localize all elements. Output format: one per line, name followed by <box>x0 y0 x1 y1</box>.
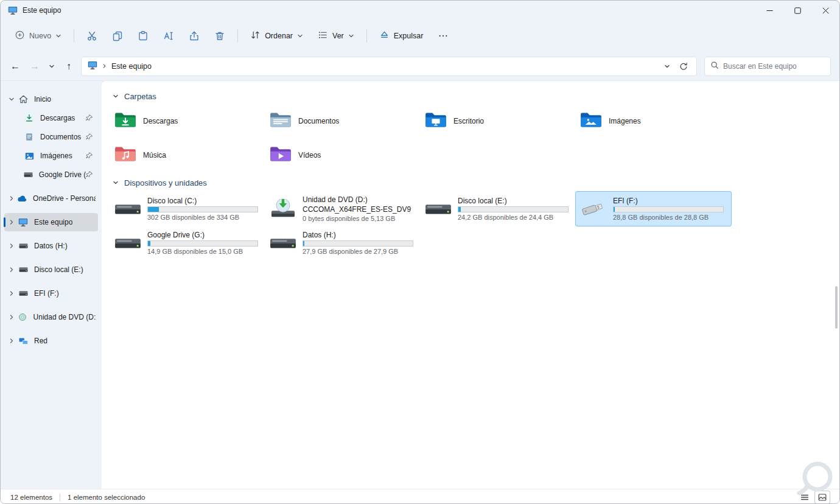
sidebar-item-label: Datos (H:) <box>34 242 68 250</box>
capacity-bar-fill <box>148 241 150 246</box>
dvd-icon <box>16 313 28 321</box>
navigation-pane: Inicio Descargas Documentos Imágenes Goo… <box>1 81 102 489</box>
drive-name: Datos (H:) <box>303 231 412 239</box>
chevron-right-icon[interactable] <box>7 219 16 225</box>
capacity-bar <box>458 206 569 212</box>
drive-c[interactable]: Disco local (C:) 302 GB disponibles de 3… <box>110 192 265 226</box>
delete-button[interactable] <box>208 25 232 47</box>
hdd-icon <box>424 197 452 220</box>
folder-label: Música <box>143 151 166 159</box>
folder-musica[interactable]: Música <box>110 138 265 172</box>
sidebar-item-red[interactable]: Red <box>4 332 98 350</box>
drive-free-space: 302 GB disponibles de 334 GB <box>147 214 257 222</box>
download-icon <box>23 114 35 122</box>
eject-button[interactable]: Expulsar <box>373 25 430 47</box>
search-input[interactable] <box>723 62 825 71</box>
sidebar-item-este-equipo[interactable]: Este equipo <box>4 213 98 231</box>
address-bar[interactable]: Este equipo <box>81 57 697 76</box>
sidebar-item-google-drive[interactable]: Google Drive (G <box>4 166 98 184</box>
sidebar-item-label: OneDrive - Personal <box>33 194 96 203</box>
desktop-folder-icon <box>424 111 447 131</box>
folder-imagenes[interactable]: Imágenes <box>576 104 731 138</box>
chevron-right-icon[interactable] <box>7 338 16 344</box>
section-header-carpetas[interactable]: Carpetas <box>113 88 839 104</box>
sidebar-item-disco-local-e[interactable]: Disco local (E:) <box>4 261 98 279</box>
sidebar-item-onedrive[interactable]: OneDrive - Personal <box>4 189 98 208</box>
selected-count: 1 elemento seleccionado <box>68 494 145 501</box>
capacity-bar <box>147 206 258 212</box>
chevron-down-icon[interactable] <box>7 96 16 102</box>
address-dropdown-button[interactable] <box>662 61 673 72</box>
chevron-right-icon[interactable] <box>7 243 16 249</box>
drive-e[interactable]: Disco local (E:) 24,2 GB disponibles de … <box>421 192 576 226</box>
copy-button[interactable] <box>105 25 130 47</box>
close-button[interactable] <box>811 1 839 20</box>
rename-button[interactable] <box>156 25 181 47</box>
new-button[interactable]: Nuevo <box>8 25 68 47</box>
section-header-dispositivos[interactable]: Dispositivos y unidades <box>113 175 839 191</box>
toolbar-separator <box>366 29 367 43</box>
drive-free-space: 28,8 GB disponibles de 28,8 GB <box>613 214 723 222</box>
chevron-right-icon[interactable] <box>7 314 16 320</box>
sidebar-item-dvd-d[interactable]: Unidad de DVD (D:) <box>4 308 98 326</box>
more-options-button[interactable] <box>431 25 455 47</box>
breadcrumb-root[interactable]: Este equipo <box>111 62 152 71</box>
chevron-down-icon <box>55 33 61 39</box>
view-button[interactable]: Ver <box>311 25 361 47</box>
capacity-bar <box>303 240 413 247</box>
folder-escritorio[interactable]: Escritorio <box>421 104 576 138</box>
paste-button[interactable] <box>131 25 155 47</box>
share-button[interactable] <box>182 25 206 47</box>
chevron-right-icon <box>102 63 107 69</box>
sidebar-item-inicio[interactable]: Inicio <box>4 90 98 108</box>
maximize-button[interactable] <box>783 1 811 20</box>
sidebar-item-efi-f[interactable]: EFI (F:) <box>4 284 98 303</box>
drive-f-efi-selected[interactable]: EFI (F:) 28,8 GB disponibles de 28,8 GB <box>576 192 731 226</box>
chevron-right-icon[interactable] <box>7 267 16 273</box>
drive-free-space: 24,2 GB disponibles de 24,4 GB <box>458 214 567 222</box>
hdd-icon <box>17 266 29 273</box>
refresh-button[interactable] <box>677 60 690 73</box>
chevron-right-icon[interactable] <box>7 195 16 201</box>
folder-videos[interactable]: Vídeos <box>265 138 421 172</box>
large-icons-view-button[interactable] <box>815 491 830 503</box>
sidebar-item-label: Este equipo <box>34 218 72 226</box>
drive-g-google-drive[interactable]: Google Drive (G:) 14,9 GB disponibles de… <box>110 226 265 260</box>
drives-grid: Disco local (C:) 302 GB disponibles de 3… <box>110 192 839 260</box>
folders-grid: Descargas Documentos Escritorio Imágenes <box>110 104 839 172</box>
chevron-down-icon <box>113 93 119 99</box>
forward-button[interactable]: → <box>25 57 44 76</box>
folder-documentos[interactable]: Documentos <box>265 104 421 138</box>
recent-locations-button[interactable] <box>44 57 59 76</box>
sidebar-item-documentos[interactable]: Documentos <box>4 128 98 146</box>
folder-label: Imágenes <box>609 117 641 125</box>
drive-name: Disco local (C:) <box>147 197 257 205</box>
sort-button[interactable]: Ordenar <box>243 25 310 47</box>
chevron-down-icon <box>348 33 354 39</box>
drive-d-dvd[interactable]: Unidad de DVD (D:) CCCOMA_X64FRE_ES-ES_D… <box>265 192 421 226</box>
sidebar-item-imagenes[interactable]: Imágenes <box>4 147 98 165</box>
eject-icon <box>379 30 390 42</box>
hdd-icon <box>17 290 29 297</box>
minimize-button[interactable] <box>755 1 783 20</box>
chevron-right-icon[interactable] <box>7 290 16 296</box>
folder-descargas[interactable]: Descargas <box>110 104 265 138</box>
sort-icon <box>250 30 261 42</box>
back-button[interactable]: ← <box>5 57 25 76</box>
hdd-icon <box>114 231 142 254</box>
vertical-scrollbar[interactable] <box>835 286 838 329</box>
sidebar-item-datos-h[interactable]: Datos (H:) <box>4 237 98 255</box>
sidebar-item-descargas[interactable]: Descargas <box>4 109 98 127</box>
drive-free-space: 14,9 GB disponibles de 15,0 GB <box>147 248 257 256</box>
up-button[interactable]: ↑ <box>59 57 79 76</box>
navigation-bar: ← → ↑ Este equipo <box>1 52 839 81</box>
cut-button[interactable] <box>80 25 104 47</box>
drive-volume-label: CCCOMA_X64FRE_ES-ES_DV9 <box>303 205 412 214</box>
drive-name: EFI (F:) <box>613 197 723 205</box>
details-view-button[interactable] <box>797 491 812 503</box>
drive-h-datos[interactable]: Datos (H:) 27,9 GB disponibles de 27,9 G… <box>265 226 421 260</box>
videos-folder-icon <box>269 145 292 166</box>
documents-folder-icon <box>269 111 292 131</box>
status-bar: 12 elementos 1 elemento seleccionado <box>1 489 839 504</box>
sidebar-item-label: Imágenes <box>40 152 72 160</box>
